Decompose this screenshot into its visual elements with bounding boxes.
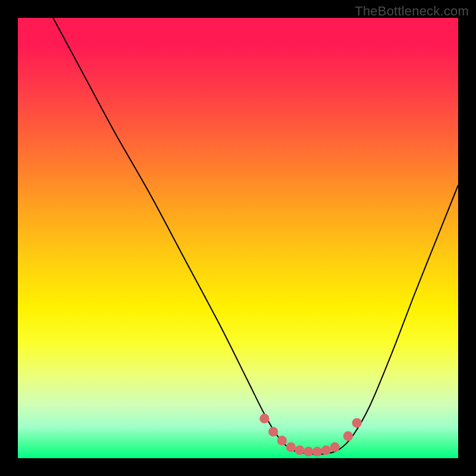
highlight-dot (268, 427, 278, 436)
highlight-dot (277, 436, 287, 445)
plot-area (18, 18, 458, 458)
highlight-dot (303, 447, 313, 456)
highlight-dot (312, 447, 322, 456)
highlight-dot (295, 446, 304, 455)
highlight-dots (259, 414, 362, 456)
highlight-dot (352, 418, 362, 428)
watermark-text: TheBottleneck.com (355, 4, 469, 19)
highlight-dot (259, 414, 269, 423)
chart-frame: TheBottleneck.com (0, 0, 476, 476)
highlight-dot (286, 442, 296, 452)
bottleneck-curve (53, 18, 458, 455)
highlight-dot (321, 446, 331, 455)
curve-svg (18, 18, 458, 458)
highlight-dot (330, 442, 340, 452)
highlight-dot (343, 431, 353, 441)
